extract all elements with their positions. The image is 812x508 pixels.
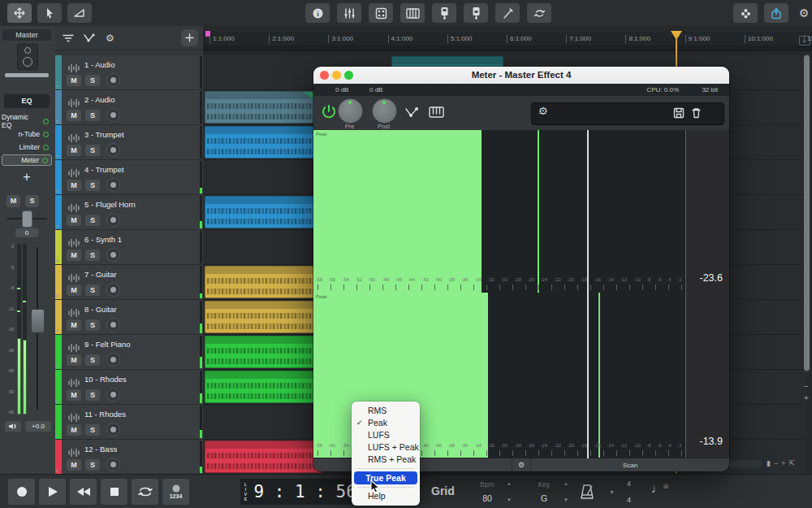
pointer-tool-button[interactable] [37,3,62,23]
settings-gear-icon[interactable]: ⚙ [795,7,812,20]
track-solo-button[interactable]: S [85,215,100,226]
track-mute-button[interactable]: M [67,459,81,471]
track-row[interactable]: ▾12 - BassMS [55,440,203,475]
key-down-icon[interactable]: ▼ [564,497,568,502]
grid-label[interactable]: Grid [431,484,455,497]
track-record-button[interactable] [106,353,120,367]
pads-button[interactable] [369,3,393,23]
track-row[interactable]: ▾11 - RhodesMS [55,405,203,440]
meter-options-gear-icon[interactable]: ⚙ [512,458,531,471]
effect-item-n-tube[interactable]: n-Tube [2,128,52,140]
instrument-track-button[interactable] [464,3,488,23]
track-record-button[interactable] [106,318,120,332]
track-solo-button[interactable]: S [85,110,100,121]
track-mute-button[interactable]: M [67,389,81,401]
track-mute-button[interactable]: M [67,284,81,296]
track-solo-button[interactable]: S [85,250,100,261]
track-collapse-icon[interactable]: ▾ [56,118,58,124]
rewind-button[interactable] [70,479,97,505]
effect-power-icon[interactable] [43,132,49,137]
post-gain-knob[interactable] [372,98,397,124]
loop-toggle-button[interactable] [132,479,158,505]
automation-icon[interactable] [83,33,97,43]
track-row[interactable]: ▾6 - Synth 1MS [55,230,203,265]
fade-tool-button[interactable] [67,3,92,23]
track-row[interactable]: ▾2 - AudioMS [55,90,203,125]
plugin-automation-icon[interactable] [404,106,421,119]
track-solo-button[interactable]: S [85,354,100,366]
track-row[interactable]: ▾9 - Felt PianoMS [55,335,203,370]
zoom-in-v-button[interactable]: + [802,393,810,402]
track-collapse-icon[interactable]: ▾ [56,467,58,473]
meter-scan-button[interactable]: Scan [531,462,729,469]
window-titlebar[interactable]: Meter - Master Effect 4 [313,67,729,85]
add-effect-button[interactable]: + [4,167,50,187]
audio-clip[interactable] [205,371,322,403]
plugins-button[interactable] [733,3,758,23]
menu-item-rms[interactable]: RMS [352,405,420,417]
bpm-down-icon[interactable]: ▼ [507,497,512,502]
master-mute-button[interactable]: M [6,195,20,207]
play-button[interactable] [39,479,66,505]
loop-button[interactable] [527,3,551,23]
effect-power-icon[interactable] [43,119,49,124]
track-settings-gear-icon[interactable]: ⚙ [106,33,114,44]
track-solo-button[interactable]: S [85,75,100,86]
metronome-button[interactable] [573,480,601,504]
track-mute-button[interactable]: M [67,145,81,156]
track-solo-button[interactable]: S [85,424,100,436]
track-record-button[interactable] [106,458,120,471]
track-record-button[interactable] [106,283,120,297]
track-solo-button[interactable]: S [85,180,100,191]
menu-item-lufs-+-peak[interactable]: LUFS + Peak [352,441,420,454]
vertical-scrollbar[interactable] [804,54,810,372]
track-mute-button[interactable]: M [67,215,81,226]
info-button[interactable]: i [305,3,330,23]
track-collapse-icon[interactable]: ▾ [56,258,58,263]
track-filter-icon[interactable] [62,33,75,43]
track-row[interactable]: ▾8 - GuitarMS [55,300,203,335]
menu-item-lufs[interactable]: LUFS [352,429,420,441]
audio-clip[interactable] [205,266,322,298]
track-collapse-icon[interactable]: ▾ [56,223,58,228]
effect-item-dynamic-eq[interactable]: Dynamic EQ [2,115,52,127]
track-collapse-icon[interactable]: ▾ [56,153,58,158]
master-collapse-bar[interactable] [5,73,49,77]
swing-note-button[interactable]: ♩◎ [651,481,668,495]
preset-selector[interactable]: - ⚙ [531,102,724,125]
audio-clip[interactable] [205,91,322,124]
track-record-button[interactable] [106,178,120,192]
effect-item-meter[interactable]: Meter [2,154,52,166]
close-window-button[interactable] [320,71,329,80]
stop-button[interactable] [101,479,127,505]
audio-clip[interactable] [205,196,322,228]
effect-power-icon[interactable] [42,158,48,163]
power-icon[interactable] [321,104,337,120]
effect-power-icon[interactable] [43,145,49,150]
eq-button[interactable]: EQ [4,94,50,108]
time-signature[interactable]: 4 4 [627,480,631,504]
track-row[interactable]: ▾4 - TrumpetMS [55,160,203,195]
preset-gear-icon[interactable]: ⚙ [538,105,719,117]
track-record-button[interactable] [106,73,120,87]
plugin-keyboard-icon[interactable] [429,106,444,118]
track-row[interactable]: ▾3 - TrumpetMS [55,125,203,160]
speaker-icon[interactable] [17,44,38,70]
audio-clip[interactable] [205,301,322,333]
track-record-button[interactable] [106,248,120,262]
track-collapse-icon[interactable]: ▾ [56,188,58,193]
track-solo-button[interactable]: S [85,145,100,156]
audio-clip[interactable] [205,126,322,158]
menu-item-rms-+-peak[interactable]: RMS + Peak [352,454,420,466]
track-row[interactable]: ▾5 - Flugel HornMS [55,195,203,230]
track-mute-button[interactable]: M [67,75,81,86]
track-solo-button[interactable]: S [85,284,100,296]
track-collapse-icon[interactable]: ▾ [56,397,58,403]
key-up-icon[interactable]: ▲ [564,481,568,486]
track-solo-button[interactable]: S [85,459,100,471]
track-mute-button[interactable]: M [67,110,81,121]
track-row[interactable]: ▾7 - GuitarMS [55,265,203,300]
bpm-value[interactable]: 80 [469,493,505,503]
minimize-window-button[interactable] [332,71,341,80]
pan-handle[interactable] [22,211,32,228]
